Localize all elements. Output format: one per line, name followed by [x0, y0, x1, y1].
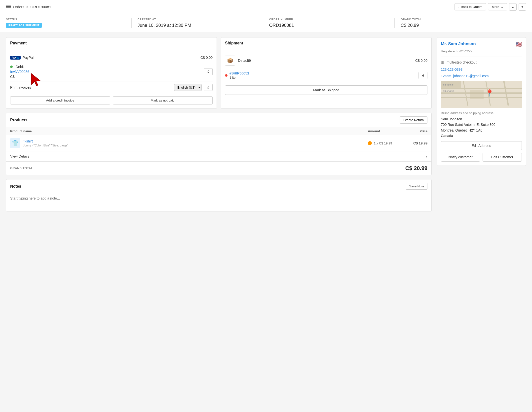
- product-row: 👕 T-shirt Jonny · "Color: Blue","Size: L…: [6, 135, 431, 151]
- language-select[interactable]: English (US): [174, 84, 202, 91]
- notes-card: Notes Save Note: [6, 179, 432, 211]
- ship-number-link[interactable]: #SHIP00051: [229, 71, 249, 75]
- product-amount-text: 1 x C$ 19.99: [374, 141, 392, 145]
- add-credit-invoice-button[interactable]: Add a credit invoice: [10, 96, 110, 104]
- shipment-box-icon: 📦: [225, 56, 235, 66]
- payment-shipment-row: Payment PayPal PayPal C$ 0.00: [6, 37, 432, 109]
- default-shipment-amount: C$ 0.00: [415, 59, 427, 63]
- breadcrumb-separator: >: [26, 5, 29, 9]
- header-left: Orders > ORD190081: [6, 5, 51, 9]
- customer-phone[interactable]: 123-123-0393: [441, 68, 522, 71]
- paypal-amount: C$ 0.00: [200, 56, 213, 60]
- print-invoices-label: Print Invoices: [10, 85, 31, 89]
- breadcrumb-orders-link[interactable]: Orders: [13, 5, 24, 9]
- order-number-value: ORD190081: [269, 23, 389, 28]
- customer-top: Mr. Sam Johnson 🇺🇸: [441, 41, 522, 47]
- debit-dot: [10, 66, 13, 68]
- print-shipment-button[interactable]: [418, 72, 427, 79]
- ship-detail-info: #SHIP00051 1 item: [225, 71, 249, 79]
- edit-customer-button[interactable]: Edit Customer: [483, 153, 522, 162]
- status-section: STATUS READY FOR SHIPMENT: [6, 18, 132, 28]
- paypal-row: PayPal PayPal C$ 0.00: [10, 53, 213, 62]
- create-return-button[interactable]: Create Return: [400, 116, 427, 124]
- back-to-orders-button[interactable]: ‹ Back to Orders: [455, 3, 486, 10]
- header: Orders > ORD190081 ‹ Back to Orders More…: [0, 0, 532, 14]
- debit-row: Debit: [10, 65, 29, 69]
- customer-card: Mr. Sam Johnson 🇺🇸 Registered · #254255 …: [437, 37, 526, 166]
- product-status-dot: [368, 141, 372, 145]
- product-meta: Jonny · "Color: Blue","Size: Large": [23, 144, 368, 147]
- ship-items-count: 1 item: [229, 76, 249, 79]
- nav-down-button[interactable]: ▼: [519, 3, 526, 11]
- view-details-row[interactable]: View Details ▾: [6, 151, 431, 162]
- notify-customer-button[interactable]: Notify customer: [441, 153, 480, 162]
- map-pin-icon: 📍: [485, 89, 494, 97]
- col-amount-header: Amount: [368, 129, 403, 133]
- print-icon-2: [206, 86, 210, 89]
- debit-info: Debit InvNV00086 C$: [10, 65, 29, 79]
- grand-total-label: GRAND TOTAL: [10, 167, 33, 170]
- print-invoices-row: Print Invoices English (US): [10, 81, 213, 93]
- print-icon: [206, 70, 210, 74]
- grand-total-value: C$ 20.99: [405, 165, 427, 172]
- product-info: T-shirt Jonny · "Color: Blue","Size: Lar…: [23, 139, 368, 147]
- print-button[interactable]: [204, 84, 213, 91]
- debit-invoice-row: Debit InvNV00086 C$: [10, 62, 213, 81]
- address-line-4: Canada: [441, 133, 522, 138]
- payment-card-header: Payment: [6, 37, 217, 49]
- ship-row: 📦 Default9: [225, 56, 251, 66]
- status-bar: STATUS READY FOR SHIPMENT CREATED AT Jun…: [0, 14, 532, 32]
- chevron-down-icon: ▾: [426, 154, 427, 158]
- mark-as-shipped-button[interactable]: Mark as Shipped: [225, 85, 427, 95]
- customer-email[interactable]: 12sam_johnson12@gmail.com: [441, 74, 522, 78]
- col-name-header: Product name: [10, 129, 368, 133]
- nav-up-button[interactable]: ▲: [509, 3, 517, 11]
- notes-title: Notes: [10, 184, 21, 189]
- hamburger-icon[interactable]: [6, 5, 11, 9]
- default-shipment-name: Default9: [238, 59, 251, 63]
- notes-header: Notes Save Note: [6, 179, 431, 193]
- print-invoice-button[interactable]: [204, 68, 213, 75]
- back-chevron-icon: ‹: [458, 5, 459, 9]
- payment-card: Payment PayPal PayPal C$ 0.00: [6, 37, 217, 109]
- ship-red-dot: [225, 74, 228, 77]
- main-content: Payment PayPal PayPal C$ 0.00: [0, 32, 532, 216]
- divider-1: [441, 57, 522, 57]
- products-header: Products Create Return: [6, 113, 431, 127]
- address-line-3: Montréal Quebec H2Y 1A6: [441, 128, 522, 133]
- created-section: CREATED AT June 10, 2019 at 12:30 PM: [132, 18, 263, 28]
- customer-actions: Notify customer Edit Customer: [441, 153, 522, 162]
- paypal-icon: PayPal: [10, 56, 21, 60]
- edit-address-button[interactable]: Edit Address: [441, 141, 522, 150]
- checkout-type: multi-step checkout: [447, 60, 477, 64]
- paypal-label: PayPal: [23, 56, 34, 60]
- left-column: Payment PayPal PayPal C$ 0.00: [6, 37, 432, 211]
- notes-textarea[interactable]: [6, 193, 431, 210]
- more-button[interactable]: More ⌄: [488, 3, 507, 10]
- print-shipment-icon: [421, 74, 425, 77]
- grand-total-header-value: C$ 20.99: [401, 23, 520, 28]
- col-price-header: Price: [403, 129, 427, 133]
- created-value: June 10, 2019 at 12:30 PM: [138, 23, 257, 28]
- invoice-link-text: Inv: [10, 70, 15, 74]
- breadcrumb-current: ORD190081: [31, 5, 51, 9]
- shipment-card-body: 📦 Default9 C$ 0.00 #SHIP00051 1 item: [221, 49, 431, 99]
- product-amount: 1 x C$ 19.99: [368, 141, 403, 145]
- grand-total-section: GRAND TOTAL C$ 20.99: [395, 18, 526, 28]
- invoice-number: NV00086: [15, 70, 29, 74]
- invoice-link[interactable]: InvNV00086: [10, 70, 29, 74]
- save-note-button[interactable]: Save Note: [406, 183, 427, 190]
- payment-card-body: PayPal PayPal C$ 0.00: [6, 49, 217, 108]
- product-name-link[interactable]: T-shirt: [23, 139, 368, 143]
- grand-total-header-label: GRAND TOTAL: [401, 18, 520, 21]
- mark-not-paid-button[interactable]: Mark as not paid: [113, 96, 213, 104]
- products-card: Products Create Return Product name Amou…: [6, 113, 432, 175]
- product-image: 👕: [10, 138, 20, 148]
- checkout-icon: ▦: [441, 60, 445, 65]
- order-number-section: ORDER NUMBER ORD190081: [263, 18, 395, 28]
- back-button-label: Back to Orders: [461, 5, 483, 9]
- customer-registered: Registered · #254255: [441, 49, 522, 53]
- customer-name[interactable]: Mr. Sam Johnson: [441, 41, 476, 46]
- default-shipment-row: 📦 Default9 C$ 0.00: [225, 53, 427, 68]
- more-button-label: More: [492, 5, 499, 9]
